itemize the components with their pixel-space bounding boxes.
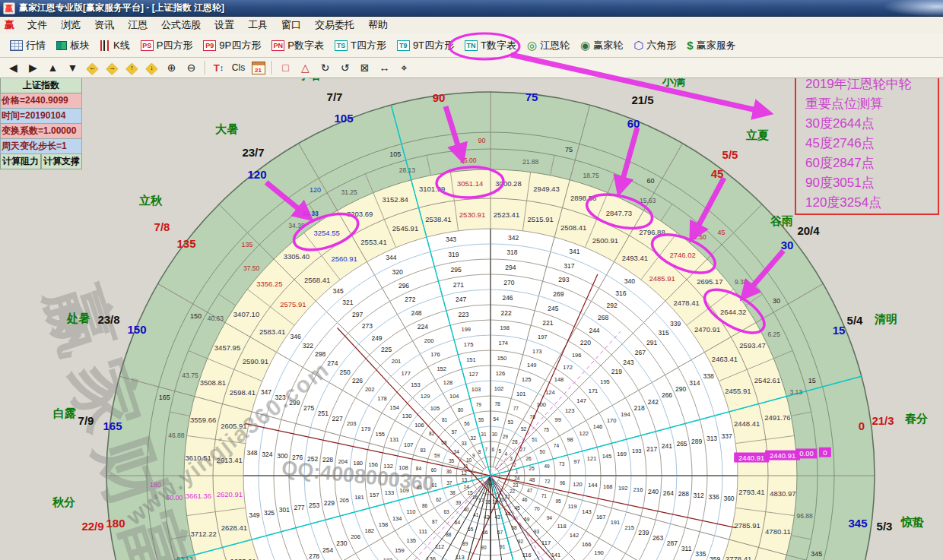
- clear-button[interactable]: Cls: [229, 59, 248, 76]
- triangle-tool-button[interactable]: △: [296, 59, 315, 76]
- toolbar-label: 赢家轮: [593, 39, 623, 52]
- nav-forward-button[interactable]: ▶: [24, 59, 43, 76]
- svg-text:63: 63: [443, 509, 449, 514]
- pan-right-button[interactable]: ◆→: [103, 59, 122, 76]
- zoom-in-button[interactable]: ⊕: [162, 59, 181, 76]
- menu-item-交易委托[interactable]: 交易委托: [308, 18, 361, 32]
- toolbar-button-gann-wheel[interactable]: ◎江恩轮: [522, 36, 575, 55]
- wheel-label: 小满: [662, 78, 685, 89]
- menu-item-资讯[interactable]: 资讯: [87, 18, 121, 32]
- nav-up-button[interactable]: ▲: [43, 59, 62, 76]
- rotate-cw-button[interactable]: ↻: [316, 59, 335, 76]
- svg-text:32: 32: [471, 435, 477, 441]
- svg-text:129: 129: [421, 393, 430, 400]
- pan-left-button[interactable]: ◆←: [83, 59, 102, 76]
- menu-item-江恩[interactable]: 江恩: [121, 18, 154, 32]
- wheel-label: 立秋: [139, 194, 162, 208]
- calendar-button[interactable]: 21: [249, 59, 268, 76]
- toolbar-button-winner-service[interactable]: $赢家服务: [681, 36, 741, 55]
- svg-text:2746.02: 2746.02: [669, 251, 695, 259]
- info-panel-rows: 价格=2440.9099时间=20190104变换系数=1.00000周天变化步…: [0, 93, 82, 154]
- calc-resistance-button[interactable]: 计算阻力: [0, 154, 41, 169]
- svg-text:29: 29: [503, 434, 509, 439]
- svg-text:2778.41: 2778.41: [726, 555, 751, 560]
- svg-text:94: 94: [547, 515, 553, 520]
- svg-text:265: 265: [676, 440, 687, 448]
- menu-item-公式选股[interactable]: 公式选股: [154, 18, 208, 32]
- svg-text:263: 263: [652, 534, 663, 542]
- dollar-icon: $: [687, 40, 693, 51]
- svg-text:291: 291: [646, 339, 657, 346]
- svg-text:68: 68: [511, 525, 517, 530]
- select-tool-button[interactable]: ⌖: [395, 59, 414, 76]
- svg-text:42: 42: [484, 514, 490, 520]
- svg-text:67: 67: [497, 530, 503, 535]
- svg-text:3661.36: 3661.36: [186, 492, 211, 500]
- svg-text:318: 318: [506, 248, 517, 256]
- zoom-out-button[interactable]: ⊖: [182, 59, 201, 76]
- 9p-square-icon: P9: [203, 40, 216, 51]
- toolbar-button-quotes[interactable]: 行情: [5, 36, 51, 55]
- svg-text:128: 128: [443, 379, 453, 386]
- toolbar-button-9p-square[interactable]: P99P四方形: [198, 36, 266, 55]
- delete-box-button[interactable]: ⊠: [355, 59, 374, 76]
- menu-item-设置[interactable]: 设置: [208, 18, 241, 32]
- time-price-toggle-button[interactable]: T↕: [209, 59, 228, 76]
- svg-text:53: 53: [508, 419, 514, 425]
- toolbar-button-kline[interactable]: K线: [95, 36, 135, 55]
- rotate-ccw-button[interactable]: ↺: [335, 59, 354, 76]
- menu-item-窗口[interactable]: 窗口: [275, 18, 308, 32]
- svg-text:205: 205: [339, 497, 349, 504]
- toolbar-button-hexagon[interactable]: ⬡六角形: [628, 36, 681, 55]
- chart-canvas[interactable]: 1234567891011121314151617181920212223242…: [0, 78, 943, 560]
- annotation-line: 60度2847点: [805, 153, 938, 173]
- menu-item-帮助[interactable]: 帮助: [361, 18, 395, 32]
- svg-text:90: 90: [478, 137, 485, 144]
- svg-text:127: 127: [468, 371, 478, 378]
- svg-text:346: 346: [291, 333, 301, 340]
- toolbar-button-p-square[interactable]: PSP四方形: [135, 36, 198, 55]
- resize-tool-button[interactable]: ↔: [375, 59, 394, 76]
- svg-text:246: 246: [502, 294, 513, 302]
- toolbar-button-t-square[interactable]: TST四方形: [329, 36, 392, 55]
- info-row: 时间=20190104: [0, 109, 82, 124]
- svg-text:72: 72: [545, 479, 551, 484]
- svg-text:294: 294: [505, 264, 516, 271]
- toolbar-button-9t-square[interactable]: T99T四方形: [392, 36, 459, 55]
- svg-text:230: 230: [336, 539, 347, 547]
- toolbar-button-winner-wheel[interactable]: ◉赢家轮: [575, 36, 628, 55]
- svg-text:198: 198: [500, 324, 510, 331]
- calc-support-button[interactable]: 计算支撑: [41, 154, 82, 169]
- pan-up-button[interactable]: ◆↑: [122, 59, 141, 76]
- svg-text:37.50: 37.50: [243, 264, 260, 272]
- menu-item-工具[interactable]: 工具: [241, 18, 275, 32]
- toolbar-button-sectors[interactable]: 板块: [51, 36, 95, 55]
- svg-text:292: 292: [607, 302, 618, 309]
- svg-text:13: 13: [462, 477, 468, 482]
- toolbar-label: 赢家服务: [697, 39, 736, 52]
- toolbar-separator: [271, 61, 272, 74]
- toolbar-button-t-number-table[interactable]: TNT数字表: [459, 36, 522, 55]
- pan-down-button[interactable]: ◆↓: [142, 59, 161, 76]
- rectangle-tool-button[interactable]: □: [276, 59, 295, 76]
- menu-item-文件[interactable]: 文件: [21, 18, 54, 32]
- nav-down-button[interactable]: ▼: [63, 59, 82, 76]
- svg-text:360: 360: [723, 495, 734, 502]
- svg-text:226: 226: [352, 377, 363, 384]
- svg-text:52: 52: [521, 426, 527, 432]
- toolbar-button-p-number-table[interactable]: PNP数字表: [266, 36, 329, 55]
- svg-text:22: 22: [510, 489, 516, 494]
- menu-item-浏览[interactable]: 浏览: [54, 18, 87, 32]
- svg-text:2530.91: 2530.91: [459, 210, 485, 219]
- main-toolbar: 行情板块K线PSP四方形P99P四方形PNP数字表TST四方形T99T四方形TN…: [0, 33, 943, 58]
- svg-text:290: 290: [675, 385, 686, 393]
- svg-text:315: 315: [659, 329, 669, 337]
- nav-back-button[interactable]: ◀: [4, 59, 23, 76]
- svg-text:192: 192: [618, 485, 628, 492]
- svg-text:27: 27: [520, 447, 526, 452]
- svg-text:287: 287: [667, 539, 678, 547]
- svg-text:359: 359: [710, 555, 720, 560]
- wheel-label: 春分: [905, 412, 928, 426]
- svg-text:2949.43: 2949.43: [533, 185, 559, 193]
- svg-text:6.25: 6.25: [767, 331, 780, 338]
